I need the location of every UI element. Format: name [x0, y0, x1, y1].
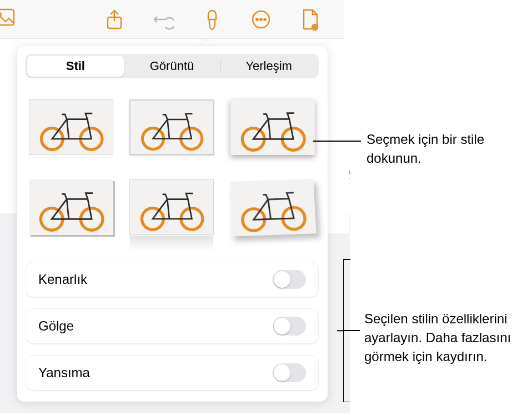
tab-label: Yerleşim [245, 59, 292, 73]
callout-text: Seçmek için bir stile dokunun. [367, 132, 484, 166]
option-row-shadow[interactable]: Gölge [26, 308, 319, 344]
svg-point-8 [314, 26, 317, 28]
toolbar [0, 0, 344, 39]
document-icon[interactable] [298, 7, 322, 32]
callout-bottom: Seçilen stilin özelliklerini ayarlayın. … [364, 309, 531, 366]
style-thumb-plain[interactable] [29, 99, 113, 155]
tab-label: Görüntü [150, 59, 194, 73]
svg-rect-24 [230, 179, 316, 237]
callout-line-top [313, 141, 361, 142]
option-row-reflection[interactable]: Yansıma [26, 355, 319, 391]
segmented-control: Stil Görüntü Yerleşim [26, 54, 319, 78]
popover-arrow [198, 39, 213, 47]
style-thumb-tilt[interactable] [230, 179, 316, 237]
style-thumb-reflection[interactable] [129, 179, 214, 235]
brush-icon[interactable] [200, 7, 224, 32]
right-fade [327, 39, 349, 233]
option-label: Gölge [38, 318, 74, 334]
style-thumb-drop-shadow[interactable] [230, 99, 315, 155]
media-icon[interactable] [0, 8, 16, 27]
reflection-toggle[interactable] [273, 363, 306, 382]
option-row-border[interactable]: Kenarlık [26, 262, 319, 297]
undo-icon[interactable] [151, 7, 175, 32]
option-label: Kenarlık [38, 272, 87, 287]
callout-line-bottom [343, 330, 360, 331]
more-icon[interactable] [249, 7, 273, 32]
option-label: Yansıma [38, 365, 90, 381]
tab-label: Stil [66, 59, 85, 73]
style-options-list: Kenarlık Gölge Yansıma [26, 262, 319, 402]
share-icon[interactable] [102, 7, 127, 32]
border-toggle[interactable] [273, 270, 306, 289]
tab-style[interactable]: Stil [27, 56, 124, 77]
style-thumbnail-grid [26, 99, 319, 235]
callout-text: Seçilen stilin özelliklerini ayarlayın. … [364, 311, 511, 364]
format-popover: Stil Görüntü Yerleşim [17, 46, 328, 402]
tab-arrange[interactable]: Yerleşim [220, 56, 317, 77]
svg-point-6 [264, 18, 265, 20]
style-thumb-framed[interactable] [129, 99, 214, 155]
tab-image[interactable]: Görüntü [124, 56, 220, 77]
callout-top: Seçmek için bir stile dokunun. [367, 130, 522, 168]
svg-point-4 [256, 18, 258, 20]
svg-point-5 [260, 18, 262, 20]
style-thumb-hard-shadow[interactable] [29, 179, 113, 235]
svg-rect-0 [0, 9, 14, 25]
shadow-toggle[interactable] [273, 317, 306, 336]
